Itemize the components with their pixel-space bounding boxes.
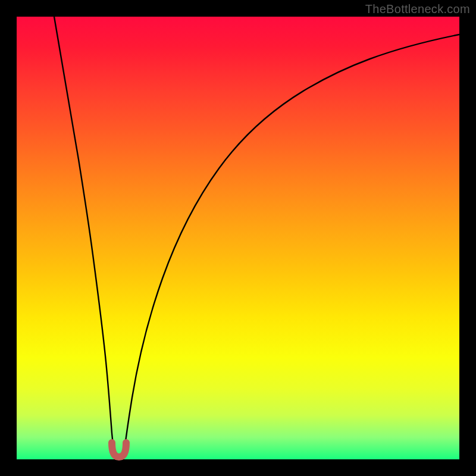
chart-frame: TheBottleneck.com — [0, 0, 476, 476]
right-limb-curve — [124, 35, 459, 456]
min-marker — [112, 443, 126, 457]
watermark-text: TheBottleneck.com — [365, 2, 470, 16]
left-limb-curve — [54, 17, 114, 456]
plot-area — [17, 17, 459, 459]
chart-svg — [17, 17, 459, 459]
